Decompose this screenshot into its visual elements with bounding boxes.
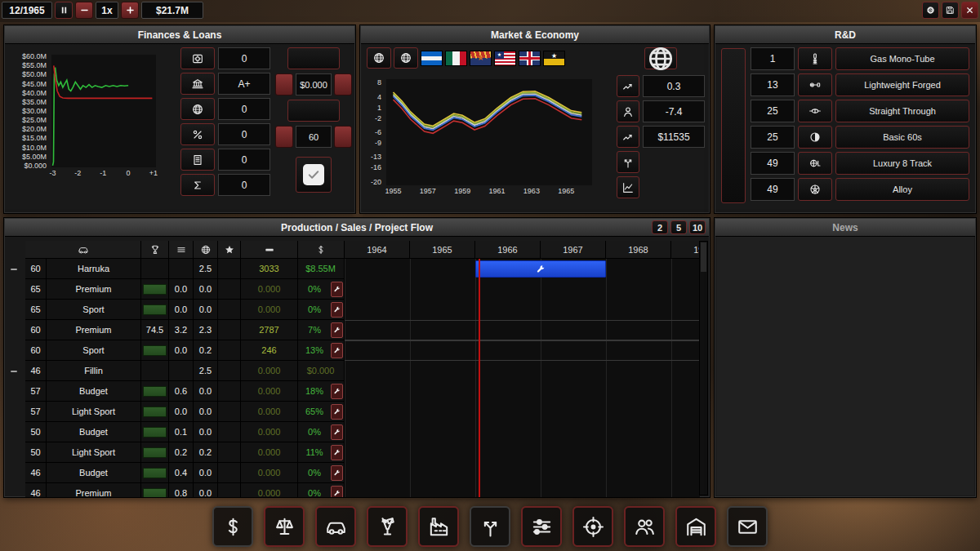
flag-cross-jack[interactable] — [519, 51, 541, 66]
save-button[interactable] — [942, 2, 959, 19]
production-row[interactable]: 60Sport0.00.224613% — [25, 340, 345, 361]
region-map-button[interactable] — [394, 47, 418, 69]
axis-tick-label: 1959 — [454, 187, 470, 195]
total-debt-button[interactable] — [180, 174, 215, 196]
flag-black-star[interactable] — [543, 51, 565, 66]
world-map-button[interactable] — [367, 47, 391, 69]
axis-tick-label: $35.0M — [22, 98, 47, 106]
production-row[interactable]: 65Sport0.00.00.0000% — [25, 300, 345, 320]
infrastructure-button[interactable] — [617, 151, 639, 173]
row-action-button[interactable] — [331, 322, 343, 338]
row-action-button[interactable] — [331, 486, 343, 498]
conrod-button[interactable] — [798, 73, 832, 96]
sales-value: 11% — [298, 447, 331, 457]
toolbar-finances-button[interactable] — [212, 506, 253, 547]
toolbar-dealerships-button[interactable] — [675, 506, 716, 547]
quality-bar — [143, 447, 166, 458]
stat-cell — [169, 361, 194, 381]
scrollbar-thumb[interactable] — [701, 242, 706, 272]
toolbar-company-button[interactable] — [264, 506, 305, 547]
production-row[interactable]: 46Premium0.80.00.0000% — [25, 483, 345, 497]
zoom-2-button[interactable]: 2 — [652, 220, 668, 234]
toolbar-distribution-button[interactable] — [470, 506, 510, 547]
row-action-button[interactable] — [331, 343, 343, 358]
row-action-button[interactable] — [331, 445, 343, 460]
collapse-group-button[interactable] — [7, 262, 21, 277]
eighttrack-button[interactable] — [798, 152, 832, 175]
production-row[interactable]: 46Fillin2.50.000$0.000 — [25, 361, 345, 381]
average-income-button[interactable] — [617, 126, 639, 148]
toolbar-human-resources-button[interactable] — [624, 506, 665, 547]
wrench-icon — [333, 305, 341, 313]
production-row[interactable]: 46Budget0.40.00.0000% — [25, 463, 345, 483]
loan-amount-decrease-button[interactable] — [275, 73, 293, 96]
average-income-value: $11535 — [643, 126, 705, 148]
bank-button[interactable] — [287, 47, 340, 69]
rnd-project-button[interactable]: Lightweight Forged — [835, 73, 969, 96]
row-action-button[interactable] — [331, 384, 343, 399]
flag-liberia[interactable] — [494, 51, 516, 66]
interest-rate-button[interactable] — [617, 75, 639, 97]
speed-down-button[interactable] — [75, 2, 93, 19]
rnd-project-button[interactable]: Gas Mono-Tube — [835, 47, 969, 70]
economy-report-button[interactable] — [617, 176, 639, 198]
zoom-5-button[interactable]: 5 — [670, 220, 687, 234]
row-action-button[interactable] — [331, 404, 343, 420]
toolbar-marketing-button[interactable] — [572, 506, 613, 547]
zoom-10-button[interactable]: 10 — [689, 220, 706, 234]
flag-honduras[interactable] — [421, 51, 443, 66]
quality-cell — [141, 361, 169, 381]
loan-term-decrease-button[interactable] — [275, 126, 293, 148]
row-action-button[interactable] — [331, 302, 343, 318]
loan-amount-increase-button[interactable] — [334, 73, 352, 96]
toolbar-components-button[interactable] — [521, 506, 562, 547]
rnd-project-button[interactable]: Basic 60s — [835, 126, 969, 149]
rnd-project-button[interactable]: Straight Through — [835, 100, 969, 122]
confirm-loan-button[interactable] — [296, 157, 332, 193]
toolbar-vehicle-design-button[interactable] — [315, 506, 356, 547]
production-row[interactable]: 50Budget0.10.00.0000% — [25, 422, 345, 442]
shock-button[interactable] — [798, 47, 832, 70]
settings-button[interactable] — [922, 2, 939, 19]
pause-button[interactable] — [55, 2, 73, 19]
production-row[interactable]: 57Budget0.60.00.00018% — [25, 381, 345, 402]
flag-arizona[interactable] — [470, 51, 492, 66]
production-row[interactable]: 65Premium0.00.00.0000% — [25, 279, 345, 300]
toolbar-factory-button[interactable] — [418, 506, 459, 547]
rnd-project-button[interactable]: Alloy — [835, 178, 969, 201]
rnd-overview-button[interactable] — [721, 48, 746, 203]
interest-rate-button[interactable] — [180, 123, 215, 145]
toolbar-racing-button[interactable] — [367, 506, 408, 547]
production-row[interactable]: 50Light Sport0.20.20.00011% — [25, 442, 345, 463]
toolbar-mail-button[interactable] — [727, 506, 768, 547]
loan-payments-button[interactable] — [180, 149, 215, 171]
production-row[interactable]: 60Premium74.53.22.327877% — [25, 320, 345, 340]
deposits-button[interactable] — [180, 47, 215, 69]
foreign-loans-button[interactable] — [180, 98, 215, 120]
flag-mexico[interactable] — [445, 51, 467, 66]
speed-up-button[interactable] — [121, 2, 139, 19]
row-action-button[interactable] — [331, 465, 343, 481]
credit-rating-value: A+ — [218, 73, 270, 95]
world-overview-button[interactable] — [644, 47, 677, 69]
close-button[interactable] — [961, 2, 978, 19]
loan-term-increase-button[interactable] — [334, 126, 352, 148]
collapse-group-button[interactable] — [7, 364, 21, 379]
production-row[interactable]: 57Light Sport0.00.00.00065% — [25, 402, 345, 422]
rating-cell — [218, 442, 241, 463]
muffler-button[interactable] — [798, 100, 832, 122]
stat-cell: 2.3 — [194, 320, 218, 340]
population-growth-button[interactable] — [617, 100, 639, 122]
production-row[interactable]: 60Harruka2.53033$8.55M — [25, 259, 345, 279]
wheel-button[interactable] — [798, 178, 832, 201]
row-action-button[interactable] — [331, 282, 343, 297]
calculator-button[interactable] — [287, 100, 340, 122]
row-action-button[interactable] — [331, 424, 343, 440]
tire-button[interactable] — [798, 126, 832, 149]
vertical-scrollbar[interactable] — [699, 241, 708, 495]
sales-value: 0% — [298, 304, 331, 314]
rnd-panel-title: R&D — [835, 29, 856, 41]
credit-rating-button[interactable] — [180, 73, 215, 95]
project-bar[interactable] — [475, 260, 606, 278]
rnd-project-button[interactable]: Luxury 8 Track — [835, 152, 969, 175]
